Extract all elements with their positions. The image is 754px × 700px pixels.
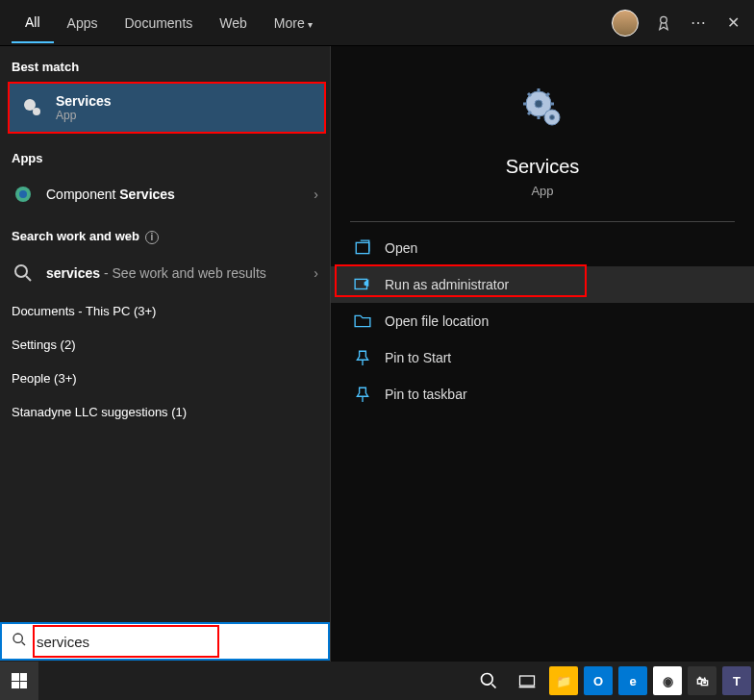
svg-point-2 bbox=[33, 108, 40, 115]
action-list: Open Run as administrator Open file loca… bbox=[331, 222, 754, 420]
preview-subtitle: App bbox=[331, 184, 754, 198]
svg-rect-18 bbox=[356, 242, 369, 253]
result-subtitle: App bbox=[56, 109, 313, 122]
svg-point-22 bbox=[13, 634, 22, 642]
reward-icon[interactable] bbox=[654, 13, 673, 33]
action-label: Pin to Start bbox=[385, 350, 451, 365]
results-list: Best match Services App Apps Component S… bbox=[0, 46, 330, 662]
pin-icon bbox=[354, 386, 371, 403]
section-settings[interactable]: Settings (2) bbox=[0, 328, 330, 362]
svg-line-12 bbox=[528, 93, 531, 96]
result-component-services[interactable]: Component Services › bbox=[0, 173, 330, 215]
svg-point-5 bbox=[15, 265, 27, 277]
open-icon bbox=[354, 239, 371, 257]
chevron-right-icon: › bbox=[314, 187, 318, 202]
action-pin-to-start[interactable]: Pin to Start bbox=[331, 339, 754, 376]
taskbar-app-store[interactable]: 🛍 bbox=[688, 666, 716, 695]
gear-icon bbox=[21, 96, 44, 119]
taskbar-app-file-explorer[interactable]: 📁 bbox=[549, 666, 578, 695]
annotation-highlight bbox=[335, 264, 587, 297]
tab-apps[interactable]: Apps bbox=[54, 4, 112, 42]
svg-point-4 bbox=[19, 190, 27, 198]
tab-more[interactable]: More bbox=[261, 4, 326, 42]
section-apps: Apps bbox=[0, 138, 330, 173]
taskbar-app-chrome[interactable]: ◉ bbox=[653, 666, 682, 695]
taskbar: 📁Oe◉🛍T bbox=[0, 662, 754, 700]
pin-icon bbox=[354, 349, 371, 366]
windows-logo-icon bbox=[12, 673, 27, 688]
search-tabs: All Apps Documents Web More ⋯ ✕ bbox=[0, 0, 754, 46]
svg-point-7 bbox=[535, 100, 542, 108]
taskbar-app-outlook[interactable]: O bbox=[584, 666, 613, 695]
start-button[interactable] bbox=[0, 662, 38, 700]
search-button[interactable] bbox=[469, 662, 508, 700]
search-icon bbox=[2, 632, 37, 651]
result-web-search[interactable]: services - See work and web results › bbox=[0, 252, 330, 294]
action-label: Open bbox=[385, 240, 417, 256]
tab-all[interactable]: All bbox=[12, 3, 54, 43]
section-suggestions[interactable]: Stanadyne LLC suggestions (1) bbox=[0, 395, 330, 429]
section-best-match: Best match bbox=[0, 46, 330, 82]
svg-line-15 bbox=[546, 93, 549, 96]
preview-pane: Services App Open Run as administrator bbox=[330, 46, 754, 662]
services-app-icon bbox=[519, 85, 566, 135]
preview-title: Services bbox=[331, 156, 754, 178]
search-icon bbox=[12, 262, 35, 285]
action-label: Open file location bbox=[385, 313, 489, 329]
svg-rect-24 bbox=[520, 676, 535, 686]
action-pin-to-taskbar[interactable]: Pin to taskbar bbox=[331, 376, 754, 412]
section-people[interactable]: People (3+) bbox=[0, 362, 330, 395]
taskbar-app-edge[interactable]: e bbox=[618, 666, 647, 695]
action-label: Pin to taskbar bbox=[385, 387, 467, 402]
search-box-container bbox=[0, 622, 330, 661]
action-open-file-location[interactable]: Open file location bbox=[331, 303, 754, 339]
result-title: services - See work and web results bbox=[46, 265, 314, 281]
svg-line-14 bbox=[528, 112, 531, 114]
chevron-right-icon: › bbox=[314, 265, 318, 281]
component-icon bbox=[12, 183, 35, 206]
section-search-web: Search work and webi bbox=[0, 215, 330, 252]
action-open[interactable]: Open bbox=[331, 230, 754, 266]
more-options-icon[interactable]: ⋯ bbox=[689, 13, 708, 33]
info-icon: i bbox=[145, 231, 159, 244]
annotation-highlight bbox=[33, 625, 219, 658]
svg-point-17 bbox=[550, 115, 555, 120]
folder-icon bbox=[354, 312, 371, 330]
tab-web[interactable]: Web bbox=[206, 4, 261, 42]
close-icon[interactable]: ✕ bbox=[723, 13, 742, 33]
section-documents[interactable]: Documents - This PC (3+) bbox=[0, 294, 330, 328]
taskbar-app-teams[interactable]: T bbox=[722, 666, 751, 695]
result-title: Services bbox=[56, 93, 112, 109]
result-title: Component Services bbox=[46, 187, 314, 202]
svg-point-23 bbox=[482, 674, 493, 686]
user-avatar[interactable] bbox=[612, 10, 639, 37]
task-view-button[interactable] bbox=[508, 662, 546, 700]
svg-point-0 bbox=[661, 16, 667, 23]
tab-documents[interactable]: Documents bbox=[111, 4, 206, 42]
result-services[interactable]: Services App bbox=[8, 82, 326, 134]
